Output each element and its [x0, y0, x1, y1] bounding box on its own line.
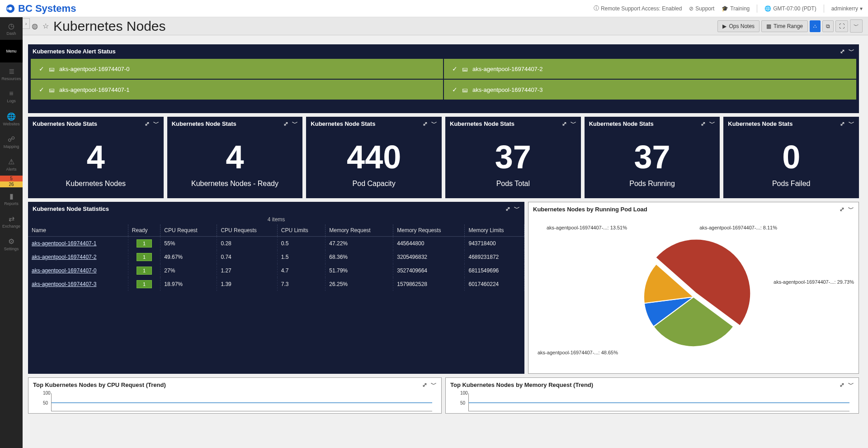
node-link[interactable]: aks-agentpool-16974407-1	[32, 240, 96, 247]
stat-value: 440	[347, 141, 401, 173]
stat-label: Kubernetes Nodes - Ready	[191, 180, 278, 188]
table-header[interactable]: Memory Limits	[465, 224, 524, 237]
dots-button[interactable]: ∴	[810, 20, 821, 32]
chevron-down-icon[interactable]: ﹀	[848, 205, 854, 213]
widget-cpu-request-trend: Top Kubernetes Nodes by CPU Request (Tre…	[28, 377, 442, 414]
fullscreen-icon: ⛶	[839, 23, 844, 29]
chevron-down-icon[interactable]: ﹀	[849, 119, 854, 128]
node-link[interactable]: aks-agentpool-16974407-0	[32, 267, 96, 274]
logo-icon	[5, 4, 15, 14]
expand-icon[interactable]: ⤢	[562, 120, 567, 127]
table-header[interactable]: Memory Requests	[393, 224, 465, 237]
widget-node-statistics-table: Kubernetes Node Statistics ⤢ ﹀ 4 items N…	[28, 202, 524, 374]
fullscreen-button[interactable]: ⛶	[835, 20, 848, 32]
cell: 26.25%	[326, 277, 393, 291]
node-status-cell[interactable]: ✓🖴aks-agentpool-16974407-3	[444, 80, 856, 100]
timezone-selector[interactable]: 🌐 GMT-07:00 (PDT)	[764, 5, 816, 12]
chevron-down-icon[interactable]: ﹀	[292, 119, 298, 128]
sidebar-item-websites[interactable]: 🌐Websites	[0, 108, 23, 130]
sidebar-label: Menu	[6, 49, 17, 53]
sidebar-label: Resources	[1, 76, 21, 81]
expand-icon[interactable]: ⤢	[840, 48, 845, 55]
table-header[interactable]: CPU Requests	[217, 224, 277, 237]
cell: 6017460224	[465, 277, 524, 291]
cell: 3205496832	[393, 250, 465, 264]
trend-line	[52, 402, 432, 403]
ready-badge: 1	[137, 253, 152, 261]
node-name: aks-agentpool-16974407-0	[59, 66, 129, 72]
stat-value: 0	[782, 141, 800, 173]
chevron-down-icon[interactable]: ﹀	[849, 47, 854, 55]
cell: 49.67%	[160, 250, 217, 264]
copy-button[interactable]: ⧉	[822, 20, 834, 32]
support-link[interactable]: ⊘ Support	[689, 5, 714, 12]
svg-point-1	[9, 7, 12, 10]
expand-icon[interactable]: ⤢	[505, 205, 510, 212]
list-icon: ≡	[9, 90, 13, 98]
alert-count-critical[interactable]: 5	[0, 176, 23, 181]
stat-label: Pods Running	[629, 180, 675, 188]
training-link[interactable]: 🎓 Training	[722, 5, 750, 12]
sidebar-item-resources[interactable]: ≣Resources	[0, 62, 23, 85]
chevron-down-icon[interactable]: ﹀	[571, 119, 576, 128]
cell: 1.39	[217, 277, 277, 291]
user-menu[interactable]: adminkerry ▾	[831, 5, 863, 12]
expand-icon[interactable]: ⤢	[145, 120, 150, 127]
table-row: aks-agentpool-16974407-1155%0.280.547.22…	[28, 237, 524, 251]
expand-icon[interactable]: ⤢	[840, 120, 845, 127]
alert-count-warning[interactable]: 26	[0, 181, 23, 187]
widget-node-alert-status: Kubernetes Node Alert Status ⤢ ﹀ ✓🖴aks-a…	[28, 44, 859, 113]
stat-card: Kubernetes Node Stats⤢﹀4Kubernetes Nodes…	[167, 117, 303, 198]
node-link[interactable]: aks-agentpool-16974407-3	[32, 281, 96, 287]
node-link[interactable]: aks-agentpool-16974407-2	[32, 254, 96, 260]
sidebar-label: Reports	[4, 201, 19, 206]
favorite-star-icon[interactable]: ☆	[42, 22, 49, 30]
node-status-cell[interactable]: ✓🖴aks-agentpool-16974407-0	[31, 59, 443, 79]
more-menu-button[interactable]: ﹀	[850, 19, 863, 33]
expand-icon[interactable]: ⤢	[701, 120, 706, 127]
widget-title: Kubernetes Node Stats	[172, 120, 236, 127]
stat-value: 4	[226, 141, 244, 173]
chevron-down-icon[interactable]: ﹀	[431, 119, 437, 128]
sidebar-item-mapping[interactable]: ☍Mapping	[0, 130, 23, 153]
widget-title: Kubernetes Node Alert Status	[33, 48, 116, 55]
training-label: Training	[730, 5, 750, 12]
table-header[interactable]: Ready	[128, 224, 160, 237]
widget-title: Top Kubernetes Nodes by Memory Request (…	[450, 381, 593, 388]
chevron-down-icon[interactable]: ﹀	[709, 119, 715, 128]
sidebar-item-menu[interactable]: Menu	[0, 40, 23, 62]
table-header[interactable]: Memory Request	[326, 224, 393, 237]
expand-icon[interactable]: ⤢	[283, 120, 288, 127]
sidebar-item-settings[interactable]: ⚙Settings	[0, 233, 23, 255]
table-header[interactable]: CPU Limits	[277, 224, 326, 237]
table-header[interactable]: Name	[28, 224, 128, 237]
node-status-cell[interactable]: ✓🖴aks-agentpool-16974407-1	[31, 80, 443, 100]
chevron-down-icon[interactable]: ﹀	[153, 119, 159, 128]
expand-icon[interactable]: ⤢	[423, 120, 428, 127]
cell: 3527409664	[393, 264, 465, 277]
expand-icon[interactable]: ⤢	[422, 381, 427, 388]
cell: 68.36%	[326, 250, 393, 264]
chevron-down-icon[interactable]: ﹀	[848, 381, 854, 389]
sidebar-item-exchange[interactable]: ⇄Exchange	[0, 210, 23, 233]
remote-support-status: ⓘ Remote Support Access: Enabled	[594, 5, 682, 12]
time-range-button[interactable]: ▦Time Range	[761, 20, 808, 32]
ops-notes-button[interactable]: ▶Ops Notes	[717, 20, 760, 32]
check-icon: ✓	[452, 86, 458, 93]
check-icon: ✓	[452, 65, 458, 72]
table-header[interactable]: CPU Request	[160, 224, 217, 237]
sidebar-item-dash[interactable]: ◷Dash	[0, 17, 23, 40]
node-status-cell[interactable]: ✓🖴aks-agentpool-16974407-2	[444, 59, 856, 79]
expand-icon[interactable]: ⤢	[840, 206, 844, 213]
svg-point-2	[7, 7, 9, 10]
stat-card-row: Kubernetes Node Stats⤢﹀4Kubernetes Nodes…	[28, 117, 859, 198]
sidebar-item-reports[interactable]: ▮Reports	[0, 187, 23, 210]
sidebar-item-logs[interactable]: ≡Logs	[0, 85, 23, 108]
sidebar-expand-toggle[interactable]: ›	[23, 18, 30, 29]
sidebar-item-alerts[interactable]: ⚠Alerts	[0, 153, 23, 176]
pie-chart	[635, 238, 752, 356]
chevron-down-icon[interactable]: ﹀	[514, 205, 520, 213]
expand-icon[interactable]: ⤢	[840, 381, 844, 388]
chevron-down-icon[interactable]: ﹀	[431, 381, 437, 389]
brand-logo[interactable]: BC Systems	[5, 3, 76, 14]
